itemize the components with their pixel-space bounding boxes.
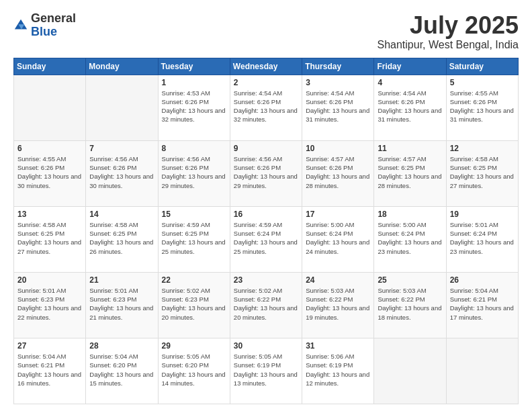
day-detail: Sunrise: 5:04 AMSunset: 6:20 PMDaylight:… — [89, 352, 154, 387]
calendar-cell: 1Sunrise: 4:53 AMSunset: 6:26 PMDaylight… — [158, 75, 230, 140]
day-number: 4 — [378, 78, 442, 87]
col-saturday: Saturday — [446, 58, 518, 75]
day-number: 3 — [306, 78, 370, 87]
title-block: July 2025 Shantipur, West Bengal, India — [377, 12, 519, 51]
day-detail: Sunrise: 5:01 AMSunset: 6:24 PMDaylight:… — [450, 220, 515, 256]
day-number: 5 — [450, 78, 515, 87]
col-sunday: Sunday — [14, 58, 86, 75]
day-detail: Sunrise: 5:02 AMSunset: 6:22 PMDaylight:… — [234, 286, 298, 322]
calendar-cell: 14Sunrise: 4:58 AMSunset: 6:25 PMDayligh… — [86, 206, 158, 272]
calendar-cell: 17Sunrise: 5:00 AMSunset: 6:24 PMDayligh… — [302, 206, 374, 272]
day-number: 15 — [162, 210, 226, 219]
calendar-cell: 22Sunrise: 5:02 AMSunset: 6:23 PMDayligh… — [158, 272, 230, 338]
day-number: 9 — [234, 144, 298, 153]
day-detail: Sunrise: 4:59 AMSunset: 6:25 PMDaylight:… — [162, 220, 226, 256]
calendar-week-4: 20Sunrise: 5:01 AMSunset: 6:23 PMDayligh… — [14, 272, 519, 338]
day-number: 20 — [17, 275, 82, 285]
calendar-cell: 13Sunrise: 4:58 AMSunset: 6:25 PMDayligh… — [14, 206, 86, 272]
day-number: 10 — [306, 144, 370, 153]
calendar-week-5: 27Sunrise: 5:04 AMSunset: 6:21 PMDayligh… — [14, 338, 519, 404]
calendar-cell: 5Sunrise: 4:55 AMSunset: 6:26 PMDaylight… — [446, 75, 518, 140]
header: General Blue July 2025 Shantipur, West B… — [13, 12, 519, 51]
calendar-cell: 31Sunrise: 5:06 AMSunset: 6:19 PMDayligh… — [302, 338, 374, 404]
day-number: 27 — [17, 341, 82, 351]
calendar-cell: 28Sunrise: 5:04 AMSunset: 6:20 PMDayligh… — [86, 338, 158, 404]
calendar-cell: 6Sunrise: 4:55 AMSunset: 6:26 PMDaylight… — [14, 140, 86, 206]
day-number: 23 — [234, 275, 298, 285]
day-detail: Sunrise: 4:57 AMSunset: 6:25 PMDaylight:… — [378, 154, 442, 190]
logo-icon — [13, 18, 28, 33]
calendar-cell: 18Sunrise: 5:00 AMSunset: 6:24 PMDayligh… — [374, 206, 446, 272]
day-detail: Sunrise: 5:04 AMSunset: 6:21 PMDaylight:… — [17, 352, 82, 387]
day-detail: Sunrise: 4:56 AMSunset: 6:26 PMDaylight:… — [234, 154, 298, 190]
calendar-week-3: 13Sunrise: 4:58 AMSunset: 6:25 PMDayligh… — [14, 206, 519, 272]
day-detail: Sunrise: 4:56 AMSunset: 6:26 PMDaylight:… — [162, 154, 226, 190]
day-detail: Sunrise: 4:54 AMSunset: 6:26 PMDaylight:… — [378, 89, 442, 124]
calendar-cell: 8Sunrise: 4:56 AMSunset: 6:26 PMDaylight… — [158, 140, 230, 206]
calendar-week-1: 1Sunrise: 4:53 AMSunset: 6:26 PMDaylight… — [14, 75, 519, 140]
calendar-cell: 26Sunrise: 5:04 AMSunset: 6:21 PMDayligh… — [446, 272, 518, 338]
col-friday: Friday — [374, 58, 446, 75]
logo-general: General — [31, 11, 76, 25]
location: Shantipur, West Bengal, India — [377, 39, 519, 51]
day-number: 11 — [378, 144, 442, 153]
day-detail: Sunrise: 5:05 AMSunset: 6:20 PMDaylight:… — [162, 352, 226, 387]
day-detail: Sunrise: 4:58 AMSunset: 6:25 PMDaylight:… — [450, 154, 515, 190]
day-detail: Sunrise: 5:00 AMSunset: 6:24 PMDaylight:… — [306, 220, 370, 256]
calendar-cell: 7Sunrise: 4:56 AMSunset: 6:26 PMDaylight… — [86, 140, 158, 206]
logo: General Blue — [13, 12, 76, 39]
calendar-cell — [86, 75, 158, 140]
day-number: 1 — [162, 78, 226, 87]
day-detail: Sunrise: 4:53 AMSunset: 6:26 PMDaylight:… — [162, 89, 226, 124]
calendar-cell: 9Sunrise: 4:56 AMSunset: 6:26 PMDaylight… — [230, 140, 302, 206]
day-number: 26 — [450, 275, 515, 285]
calendar-cell: 19Sunrise: 5:01 AMSunset: 6:24 PMDayligh… — [446, 206, 518, 272]
day-number: 7 — [89, 144, 154, 153]
calendar-cell: 11Sunrise: 4:57 AMSunset: 6:25 PMDayligh… — [374, 140, 446, 206]
day-detail: Sunrise: 4:58 AMSunset: 6:25 PMDaylight:… — [17, 220, 82, 256]
calendar-cell: 15Sunrise: 4:59 AMSunset: 6:25 PMDayligh… — [158, 206, 230, 272]
logo-text: General Blue — [31, 12, 76, 39]
day-detail: Sunrise: 4:58 AMSunset: 6:25 PMDaylight:… — [89, 220, 154, 256]
day-detail: Sunrise: 4:54 AMSunset: 6:26 PMDaylight:… — [306, 89, 370, 124]
calendar-cell: 30Sunrise: 5:05 AMSunset: 6:19 PMDayligh… — [230, 338, 302, 404]
calendar-cell: 12Sunrise: 4:58 AMSunset: 6:25 PMDayligh… — [446, 140, 518, 206]
day-number: 6 — [17, 144, 82, 153]
calendar-cell: 25Sunrise: 5:03 AMSunset: 6:22 PMDayligh… — [374, 272, 446, 338]
calendar-cell: 21Sunrise: 5:01 AMSunset: 6:23 PMDayligh… — [86, 272, 158, 338]
day-detail: Sunrise: 5:01 AMSunset: 6:23 PMDaylight:… — [89, 286, 154, 322]
day-number: 19 — [450, 210, 515, 219]
calendar-cell: 2Sunrise: 4:54 AMSunset: 6:26 PMDaylight… — [230, 75, 302, 140]
calendar-cell: 10Sunrise: 4:57 AMSunset: 6:26 PMDayligh… — [302, 140, 374, 206]
day-number: 14 — [89, 210, 154, 219]
day-number: 17 — [306, 210, 370, 219]
day-number: 18 — [378, 210, 442, 219]
calendar-cell — [374, 338, 446, 404]
day-number: 28 — [89, 341, 154, 351]
calendar-cell: 3Sunrise: 4:54 AMSunset: 6:26 PMDaylight… — [302, 75, 374, 140]
day-number: 29 — [162, 341, 226, 351]
day-detail: Sunrise: 4:56 AMSunset: 6:26 PMDaylight:… — [89, 154, 154, 190]
day-number: 30 — [234, 341, 298, 351]
day-number: 8 — [162, 144, 226, 153]
day-number: 24 — [306, 275, 370, 285]
col-tuesday: Tuesday — [158, 58, 230, 75]
calendar-cell — [14, 75, 86, 140]
calendar-cell: 23Sunrise: 5:02 AMSunset: 6:22 PMDayligh… — [230, 272, 302, 338]
day-detail: Sunrise: 5:05 AMSunset: 6:19 PMDaylight:… — [234, 352, 298, 387]
day-number: 12 — [450, 144, 515, 153]
day-detail: Sunrise: 5:02 AMSunset: 6:23 PMDaylight:… — [162, 286, 226, 322]
page: General Blue July 2025 Shantipur, West B… — [0, 0, 532, 411]
day-detail: Sunrise: 5:01 AMSunset: 6:23 PMDaylight:… — [17, 286, 82, 322]
calendar-cell: 29Sunrise: 5:05 AMSunset: 6:20 PMDayligh… — [158, 338, 230, 404]
day-detail: Sunrise: 4:55 AMSunset: 6:26 PMDaylight:… — [450, 89, 515, 124]
day-number: 2 — [234, 78, 298, 87]
day-detail: Sunrise: 5:03 AMSunset: 6:22 PMDaylight:… — [306, 286, 370, 322]
day-detail: Sunrise: 5:04 AMSunset: 6:21 PMDaylight:… — [450, 286, 515, 322]
day-detail: Sunrise: 5:06 AMSunset: 6:19 PMDaylight:… — [306, 352, 370, 387]
day-detail: Sunrise: 5:03 AMSunset: 6:22 PMDaylight:… — [378, 286, 442, 322]
day-detail: Sunrise: 4:55 AMSunset: 6:26 PMDaylight:… — [17, 154, 82, 190]
calendar-header-row: Sunday Monday Tuesday Wednesday Thursday… — [14, 58, 519, 75]
month-year: July 2025 — [377, 12, 519, 39]
calendar-table: Sunday Monday Tuesday Wednesday Thursday… — [13, 58, 519, 404]
